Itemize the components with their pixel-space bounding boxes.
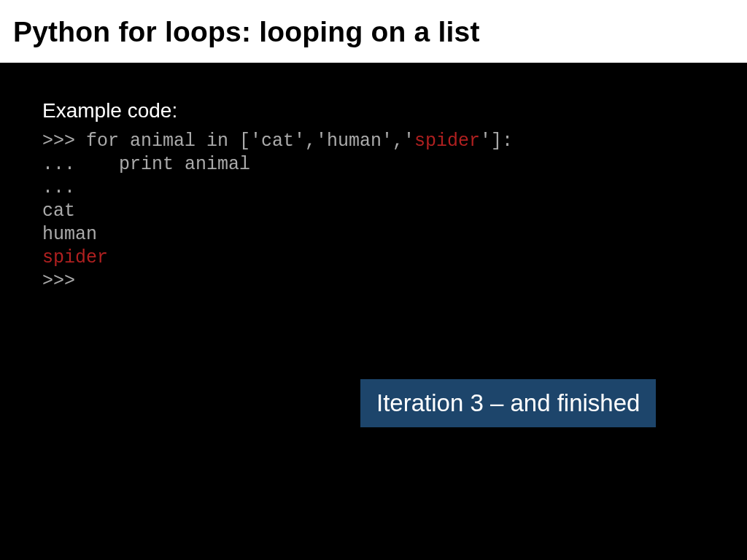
title-bar: Python for loops: looping on a list <box>0 0 747 63</box>
code-line-6-highlight: spider <box>42 247 108 268</box>
example-label: Example code: <box>42 99 747 122</box>
code-block: >>> for animal in ['cat','human','spider… <box>42 130 747 293</box>
content-area: Example code: >>> for animal in ['cat','… <box>0 63 747 293</box>
slide-title: Python for loops: looping on a list <box>13 16 734 48</box>
code-line-7: >>> <box>42 271 75 292</box>
code-line-2: ... print animal <box>42 154 250 175</box>
code-line-1a: >>> for animal in ['cat','human',' <box>42 131 414 152</box>
code-line-1b: ']: <box>480 131 513 152</box>
code-line-1-highlight: spider <box>414 131 480 152</box>
slide: Python for loops: looping on a list Exam… <box>0 0 747 560</box>
iteration-callout: Iteration 3 – and finished <box>360 379 656 427</box>
code-line-3: ... <box>42 177 75 198</box>
code-line-4: cat <box>42 201 75 222</box>
code-line-5: human <box>42 224 97 245</box>
